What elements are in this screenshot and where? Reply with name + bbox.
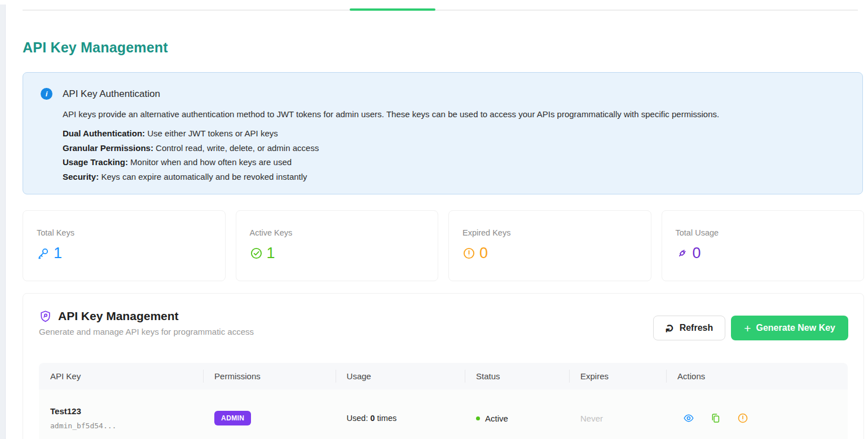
info-icon: i (41, 88, 52, 100)
revoke-key-button[interactable] (737, 413, 748, 424)
header-permissions: Permissions (203, 363, 335, 389)
stat-label: Expired Keys (462, 228, 637, 237)
stat-card-active-keys: Active Keys 1 (236, 210, 439, 281)
copy-key-button[interactable] (710, 413, 721, 424)
exclamation-circle-icon (462, 247, 475, 260)
column-divider (569, 370, 570, 383)
refresh-button[interactable]: ↻ Refresh (653, 316, 726, 340)
cell-actions (666, 389, 848, 439)
copy-icon (710, 413, 721, 424)
api-key-name: Test123 (50, 406, 116, 416)
stat-card-total-usage: Total Usage 0 (662, 210, 865, 281)
header-api-key: API Key (39, 363, 203, 389)
cell-api-key: Test123 admin_bf5d54... (39, 389, 203, 439)
api-plug-icon (676, 247, 689, 260)
tabbar-divider (23, 10, 858, 11)
header-status: Status (465, 363, 569, 389)
cell-expires: Never (569, 389, 666, 439)
page-title: API Key Management (23, 39, 168, 56)
expires-value: Never (580, 414, 603, 423)
generate-new-key-button[interactable]: + Generate New Key (731, 316, 848, 340)
api-key-preview: admin_bf5d54... (50, 422, 116, 430)
table-header-row: API Key Permissions Usage Status Expires… (39, 363, 848, 389)
stat-card-expired-keys: Expired Keys 0 (448, 210, 651, 281)
stat-label: Active Keys (250, 228, 425, 237)
panel-title: API Key Management (58, 309, 179, 323)
stat-value: 1 (267, 245, 275, 262)
header-actions: Actions (666, 363, 848, 389)
column-divider (203, 370, 204, 383)
revoke-warning-icon (737, 413, 748, 424)
shield-key-icon (39, 310, 52, 323)
feature-dual-authentication: Dual Authentication: Use either JWT toke… (63, 126, 319, 141)
panel-header: API Key Management Generate and manage A… (23, 294, 863, 340)
permission-badge: ADMIN (214, 411, 251, 425)
cell-status: Active (465, 389, 569, 439)
column-divider (666, 370, 667, 383)
table-row: Test123 admin_bf5d54... ADMIN Used: 0 ti… (39, 389, 848, 439)
info-box-title: API Key Authentication (63, 88, 160, 100)
cell-permissions: ADMIN (203, 389, 335, 439)
active-tab-indicator (350, 8, 435, 11)
stat-value: 0 (479, 245, 488, 262)
stat-value: 1 (54, 245, 62, 262)
api-key-management-panel: API Key Management Generate and manage A… (23, 293, 864, 439)
status-dot (476, 416, 480, 420)
feature-security: Security: Keys can expire automatically … (63, 170, 319, 184)
stat-card-total-keys: Total Keys 1 (23, 210, 226, 281)
api-keys-table: API Key Permissions Usage Status Expires… (39, 363, 848, 439)
plus-icon: + (744, 322, 751, 334)
info-box-description: API keys provide an alternative authenti… (63, 109, 847, 119)
stat-label: Total Usage (676, 228, 851, 237)
view-icon (683, 413, 694, 424)
info-feature-list: Dual Authentication: Use either JWT toke… (63, 126, 319, 184)
stats-row: Total Keys 1 Active Keys 1 Expired Key (23, 210, 864, 281)
refresh-icon: ↻ (664, 323, 675, 332)
view-key-button[interactable] (683, 413, 694, 424)
cell-usage: Used: 0 times (336, 389, 465, 439)
key-icon (37, 247, 50, 260)
header-expires: Expires (569, 363, 666, 389)
panel-subtitle: Generate and manage API keys for program… (39, 327, 254, 336)
api-key-authentication-info-box: i API Key Authentication API keys provid… (23, 72, 863, 194)
column-divider (465, 370, 465, 383)
feature-usage-tracking: Usage Tracking: Monitor when and how oft… (63, 155, 319, 170)
status-badge: Active (485, 414, 508, 423)
column-divider (336, 370, 336, 383)
page-left-gutter (0, 5, 6, 439)
header-usage: Usage (336, 363, 465, 389)
check-circle-icon (250, 247, 263, 260)
feature-granular-permissions: Granular Permissions: Control read, writ… (63, 141, 319, 156)
stat-label: Total Keys (37, 228, 212, 237)
stat-value: 0 (693, 245, 701, 262)
